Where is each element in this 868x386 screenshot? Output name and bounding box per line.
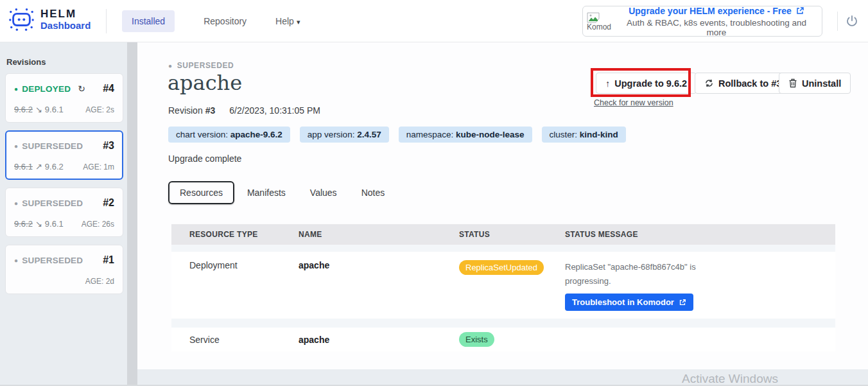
revision-status: ●SUPERSEDED [14, 141, 83, 151]
history-icon: ↻ [78, 83, 85, 94]
trash-icon [788, 78, 797, 88]
nav-menu-help[interactable]: Help▾ [275, 10, 300, 32]
col-resource-type: RESOURCE TYPE [189, 230, 299, 239]
top-header: HELM Dashboard Installed Repository Help… [0, 0, 868, 42]
resource-name: apache [299, 260, 459, 311]
revision-number: #1 [103, 254, 114, 266]
status-dot-icon: ● [14, 257, 18, 264]
release-meta-chips: chart version: apache-9.6.2 app version:… [168, 127, 626, 143]
revision-status: ●DEPLOYED↻ [14, 83, 85, 94]
revision-age: AGE: 26s [82, 220, 114, 229]
tab-manifests[interactable]: Manifests [236, 181, 297, 204]
version-from: 9.6.2 [14, 219, 33, 229]
komodor-image-alt-text: Komod [587, 23, 616, 31]
main-nav: Installed Repository Help▾ [122, 0, 300, 42]
chip-chart-version: chart version: apache-9.6.2 [168, 127, 290, 143]
revision-status: ●SUPERSEDED [14, 198, 83, 208]
troubleshoot-komodor-button[interactable]: Troubleshoot in Komodor [565, 294, 693, 311]
nav-tab-repository[interactable]: Repository [204, 10, 247, 32]
logo-subtitle: Dashboard [40, 20, 91, 31]
revision-number: #3 [103, 140, 114, 152]
release-status-text: Upgrade complete [168, 154, 241, 164]
tab-resources[interactable]: Resources [168, 181, 234, 204]
header-divider-right [837, 12, 838, 31]
revision-age: AGE: 2s [85, 105, 114, 114]
sidebar-scrollbar[interactable] [127, 42, 137, 386]
resources-table: RESOURCE TYPE NAME STATUS STATUS MESSAGE… [171, 224, 835, 351]
resource-name: apache [299, 335, 459, 345]
table-row: Deployment apache ReplicaSetUpdated Repl… [171, 252, 835, 319]
version-from: 9.6.2 [14, 105, 33, 114]
power-button[interactable] [845, 14, 859, 28]
col-status: STATUS [459, 230, 565, 239]
revision-status: ●SUPERSEDED [14, 256, 83, 265]
status-dot-icon: ● [14, 85, 18, 92]
banner-subtitle: Auth & RBAC, k8s events, troubleshooting… [616, 18, 817, 37]
release-detail-panel: ● SUPERSEDED apache Revision #3 6/2/2023… [137, 42, 868, 369]
header-divider [106, 9, 107, 33]
uninstall-button[interactable]: Uninstall [779, 73, 851, 94]
chip-app-version: app version: 2.4.57 [300, 127, 389, 143]
logo-title: HELM [40, 8, 91, 20]
revision-info-line: Revision #3 6/2/2023, 10:31:05 PM [168, 105, 320, 116]
revision-number: #2 [103, 197, 114, 209]
version-to: 9.6.1 [45, 105, 64, 114]
version-arrow-icon: ↘ [35, 105, 42, 114]
status-dot-icon: ● [14, 200, 18, 207]
status-message-line1: ReplicaSet "apache-68fb867c4b" is [565, 260, 835, 274]
status-badge: ReplicaSetUpdated [459, 260, 544, 275]
revision-card-2[interactable]: ●SUPERSEDED #2 9.6.2 ↘ 9.6.1 AGE: 26s [5, 188, 123, 237]
rollback-button[interactable]: Rollback to #3 [695, 73, 791, 94]
detail-tabs: Resources Manifests Values Notes [168, 181, 396, 204]
table-row: Service apache Exists [171, 328, 835, 351]
revision-label: Revision [168, 105, 203, 116]
revision-age: AGE: 2d [85, 277, 114, 286]
chip-namespace: namespace: kube-node-lease [399, 127, 532, 143]
revision-card-1[interactable]: ●SUPERSEDED #1 AGE: 2d [5, 245, 123, 294]
col-status-message: STATUS MESSAGE [565, 230, 835, 239]
release-title: apache [168, 71, 242, 95]
resource-type: Service [189, 335, 299, 345]
version-arrow-icon: ↘ [35, 219, 42, 229]
external-link-icon [679, 299, 686, 306]
revision-card-4[interactable]: ●DEPLOYED↻ #4 9.6.2 ↘ 9.6.1 AGE: 2s [5, 73, 123, 123]
komodor-broken-image: Komod [587, 12, 616, 31]
helm-logo-icon [8, 6, 35, 32]
revision-number: #3 [205, 105, 216, 116]
chip-cluster: cluster: kind-kind [542, 127, 626, 143]
komodor-promo-banner[interactable]: Komod Upgrade your HELM experience - Fre… [582, 6, 822, 37]
banner-upgrade-link[interactable]: Upgrade your HELM experience - Free [629, 6, 804, 16]
revision-number: #4 [103, 83, 114, 94]
status-message-line2: progressing. [565, 274, 835, 288]
helm-dashboard-logo[interactable]: HELM Dashboard [8, 6, 91, 32]
tab-notes[interactable]: Notes [350, 181, 397, 204]
red-annotation-box [591, 68, 691, 97]
col-name: NAME [299, 230, 459, 239]
table-header: RESOURCE TYPE NAME STATUS STATUS MESSAGE [171, 224, 835, 245]
resource-type: Deployment [189, 260, 299, 311]
external-link-icon [795, 6, 804, 15]
chevron-down-icon: ▾ [297, 18, 300, 26]
version-arrow-icon: ↗ [35, 162, 42, 171]
tab-values[interactable]: Values [299, 181, 349, 204]
revision-age: AGE: 1m [83, 162, 114, 171]
revisions-title: Revisions [6, 57, 127, 67]
check-new-version-link[interactable]: Check for new version [594, 98, 673, 107]
version-to: 9.6.1 [45, 219, 64, 229]
version-to: 9.6.2 [45, 162, 64, 171]
activate-windows-watermark: Activate Windows [682, 372, 778, 386]
status-badge: Exists [459, 332, 494, 347]
status-dot-icon: ● [168, 62, 173, 69]
revision-card-3[interactable]: ●SUPERSEDED #3 9.6.1 ↗ 9.6.2 AGE: 1m [5, 130, 123, 180]
revision-timestamp: 6/2/2023, 10:31:05 PM [229, 105, 320, 116]
revisions-sidebar: Revisions ●DEPLOYED↻ #4 9.6.2 ↘ 9.6.1 AG… [0, 42, 127, 386]
version-from: 9.6.1 [14, 162, 33, 171]
rollback-icon [704, 78, 714, 88]
status-dot-icon: ● [14, 143, 18, 150]
release-status-label: ● SUPERSEDED [168, 61, 234, 70]
nav-tab-installed[interactable]: Installed [122, 10, 175, 32]
